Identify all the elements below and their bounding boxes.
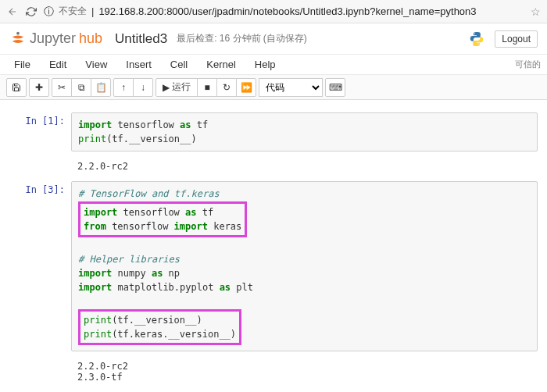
menu-kernel[interactable]: Kernel [198,55,244,73]
menu-file[interactable]: File [6,55,38,73]
separator: | [91,5,94,17]
restart-run-all-button[interactable]: ⏩ [236,78,256,97]
toolbar: ✚ ✂ ⧉ 📋 ↑ ↓ ▶ 运行 ■ ↻ ⏩ 代码 ⌨ [0,75,547,100]
url-bar[interactable]: ⓘ 不安全 | 192.168.8.200:8000/user/jpadmin/… [44,5,524,19]
copy-button[interactable]: ⧉ [71,78,91,97]
checkpoint-status: 最后检查: 16 分钟前 (自动保存) [177,32,307,45]
menu-insert[interactable]: Insert [118,55,159,73]
reload-icon[interactable] [25,5,38,18]
cut-button[interactable]: ✂ [52,78,72,97]
restart-button[interactable]: ↻ [216,78,237,97]
code-cell: In [1]:import tensorflow as tf print(tf.… [10,112,538,151]
paste-button[interactable]: 📋 [91,78,111,97]
svg-point-2 [478,44,479,45]
url-text: 192.168.8.200:8000/user/jpadmin/notebook… [98,5,476,17]
back-icon[interactable] [6,5,19,18]
menu-edit[interactable]: Edit [41,55,74,73]
input-prompt: In [1]: [10,112,71,151]
run-button[interactable]: ▶ 运行 [156,78,198,97]
code-editor[interactable]: import tensorflow as tf print(tf.__versi… [71,112,538,151]
header: Jupyterhub Untitled3 最后检查: 16 分钟前 (自动保存)… [0,23,547,55]
save-button[interactable] [6,78,27,97]
output-prompt [10,156,71,176]
move-down-button[interactable]: ↓ [133,78,153,97]
input-prompt: In [3]: [10,181,71,351]
insecure-label: 不安全 [59,5,87,18]
svg-point-1 [474,33,475,34]
cell-wrapper[interactable]: In [3]:# TensorFlow and tf.keras import … [3,181,538,387]
code-editor[interactable]: # TensorFlow and tf.keras import tensorf… [71,181,538,351]
menubar: File Edit View Insert Cell Kernel Help 可… [0,55,547,75]
browser-bar: ⓘ 不安全 | 192.168.8.200:8000/user/jpadmin/… [0,0,547,23]
output-cell: 2.2.0-rc2 2.3.0-tf [10,356,538,387]
jupyter-icon [9,30,27,48]
logo-text-jupyter: Jupyter [30,30,76,47]
trusted-indicator[interactable]: 可信的 [515,59,541,70]
output-cell: 2.2.0-rc2 [10,156,538,176]
code-cell: In [3]:# TensorFlow and tf.keras import … [10,181,538,351]
jupyter-logo[interactable]: Jupyterhub [9,30,102,48]
menu-view[interactable]: View [77,55,115,73]
logout-button[interactable]: Logout [495,30,538,48]
output-text: 2.2.0-rc2 2.3.0-tf [71,356,538,387]
cell-wrapper[interactable]: In [1]:import tensorflow as tf print(tf.… [3,112,538,176]
svg-point-0 [16,31,20,34]
bookmark-star-icon[interactable]: ☆ [531,5,541,18]
notebook-container: In [1]:import tensorflow as tf print(tf.… [0,100,547,392]
input-area: # TensorFlow and tf.keras import tensorf… [71,181,538,351]
move-up-button[interactable]: ↑ [113,78,134,97]
output-prompt [10,356,71,387]
menu-cell[interactable]: Cell [163,55,195,73]
interrupt-button[interactable]: ■ [197,78,217,97]
add-cell-button[interactable]: ✚ [29,78,49,97]
input-area: import tensorflow as tf print(tf.__versi… [71,112,538,151]
command-palette-button[interactable]: ⌨ [325,78,345,97]
python-logo-icon [468,30,485,48]
logo-text-hub: hub [79,30,102,47]
cell-type-select[interactable]: 代码 [259,78,323,97]
info-icon: ⓘ [44,5,54,19]
output-text: 2.2.0-rc2 [71,156,538,176]
notebook-title[interactable]: Untitled3 [115,31,167,47]
menu-help[interactable]: Help [247,55,284,73]
